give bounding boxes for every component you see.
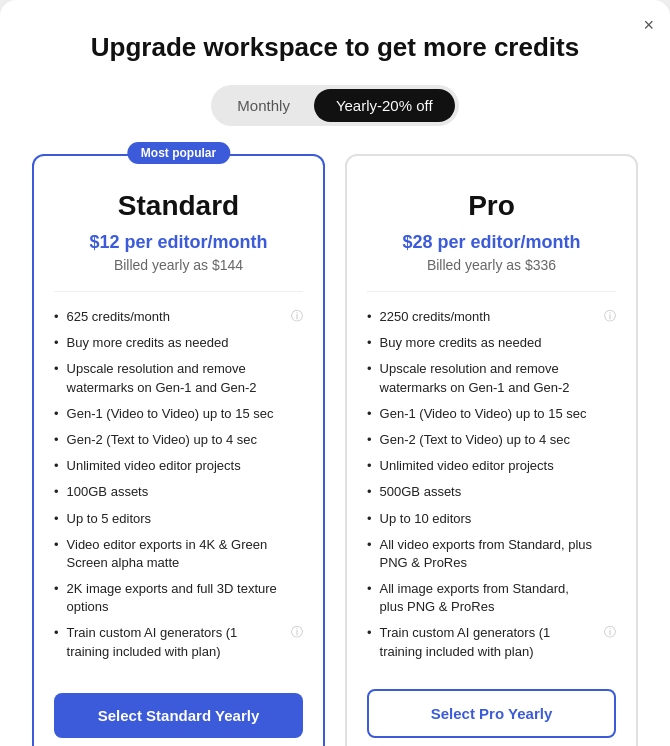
standard-plan-price: $12 per editor/month xyxy=(54,232,303,253)
select-standard-button[interactable]: Select Standard Yearly xyxy=(54,693,303,738)
standard-plan-billed: Billed yearly as $144 xyxy=(54,257,303,273)
standard-feature-info-icon: ⓘ xyxy=(291,624,303,641)
pro-plan-card: Pro $28 per editor/month Billed yearly a… xyxy=(345,154,638,746)
modal-title: Upgrade workspace to get more credits xyxy=(32,32,638,63)
standard-feature-item: Unlimited video editor projects xyxy=(54,457,303,475)
pro-feature-item: Unlimited video editor projects xyxy=(367,457,616,475)
standard-feature-item: Gen-2 (Text to Video) up to 4 sec xyxy=(54,431,303,449)
standard-feature-item: Video editor exports in 4K & Green Scree… xyxy=(54,536,303,572)
pro-feature-item: Gen-1 (Video to Video) up to 15 sec xyxy=(367,405,616,423)
standard-divider xyxy=(54,291,303,292)
pro-feature-item: Upscale resolution and remove watermarks… xyxy=(367,360,616,396)
pro-feature-item: 500GB assets xyxy=(367,483,616,501)
standard-feature-item: Up to 5 editors xyxy=(54,510,303,528)
standard-feature-item: Upscale resolution and remove watermarks… xyxy=(54,360,303,396)
pro-plan-name: Pro xyxy=(367,190,616,222)
monthly-toggle-btn[interactable]: Monthly xyxy=(215,89,312,122)
pro-plan-billed: Billed yearly as $336 xyxy=(367,257,616,273)
pro-feature-info-icon: ⓘ xyxy=(604,308,616,325)
yearly-toggle-btn[interactable]: Yearly-20% off xyxy=(314,89,455,122)
standard-feature-item: Train custom AI generators (1 training i… xyxy=(54,624,303,660)
standard-features-list: 625 credits/monthⓘBuy more credits as ne… xyxy=(54,308,303,673)
pro-feature-item: Train custom AI generators (1 training i… xyxy=(367,624,616,660)
pro-divider xyxy=(367,291,616,292)
standard-feature-item: 625 credits/monthⓘ xyxy=(54,308,303,326)
billing-toggle-wrapper: Monthly Yearly-20% off xyxy=(32,85,638,126)
pro-features-list: 2250 credits/monthⓘBuy more credits as n… xyxy=(367,308,616,669)
pro-feature-info-icon: ⓘ xyxy=(604,624,616,641)
standard-feature-item: 2K image exports and full 3D texture opt… xyxy=(54,580,303,616)
pro-feature-item: Up to 10 editors xyxy=(367,510,616,528)
pro-feature-item: Buy more credits as needed xyxy=(367,334,616,352)
pro-plan-price: $28 per editor/month xyxy=(367,232,616,253)
select-pro-button[interactable]: Select Pro Yearly xyxy=(367,689,616,738)
standard-feature-item: 100GB assets xyxy=(54,483,303,501)
pro-feature-item: All image exports from Standard, plus PN… xyxy=(367,580,616,616)
billing-toggle: Monthly Yearly-20% off xyxy=(211,85,458,126)
pro-feature-item: Gen-2 (Text to Video) up to 4 sec xyxy=(367,431,616,449)
pro-feature-item: 2250 credits/monthⓘ xyxy=(367,308,616,326)
standard-plan-card: Most popular Standard $12 per editor/mon… xyxy=(32,154,325,746)
standard-feature-item: Buy more credits as needed xyxy=(54,334,303,352)
popular-badge: Most popular xyxy=(127,142,230,164)
upgrade-modal: × Upgrade workspace to get more credits … xyxy=(0,0,670,746)
pro-feature-item: All video exports from Standard, plus PN… xyxy=(367,536,616,572)
standard-feature-item: Gen-1 (Video to Video) up to 15 sec xyxy=(54,405,303,423)
standard-feature-info-icon: ⓘ xyxy=(291,308,303,325)
close-button[interactable]: × xyxy=(643,16,654,34)
plans-container: Most popular Standard $12 per editor/mon… xyxy=(32,154,638,746)
standard-plan-name: Standard xyxy=(54,190,303,222)
